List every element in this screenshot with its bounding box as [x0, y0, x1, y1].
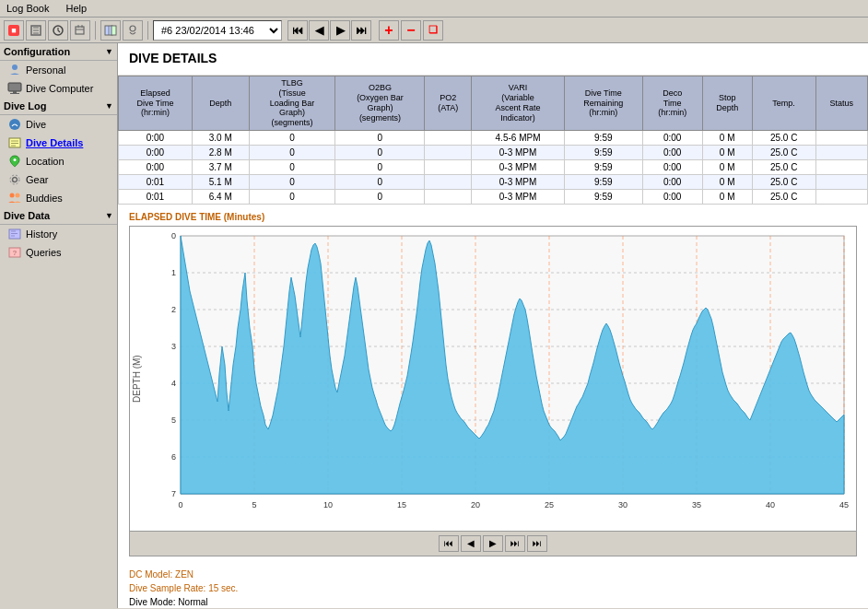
col-tlbg: TLBG(TissueLoading BarGraph)(segments)	[249, 76, 335, 131]
dive-details-icon	[7, 135, 22, 150]
table-cell-3-4	[425, 174, 472, 189]
y-axis-label: DEPTH (M)	[130, 227, 144, 531]
nav-first[interactable]: ⏮	[287, 20, 308, 41]
table-cell-4-10	[815, 189, 867, 204]
personal-icon	[7, 63, 22, 77]
svg-point-17	[14, 158, 17, 161]
svg-point-21	[16, 193, 20, 198]
sidebar-section-divelog[interactable]: Dive Log ▼	[0, 98, 117, 115]
ctrl-minus[interactable]: −	[401, 20, 421, 41]
toolbar-btn-4[interactable]	[70, 20, 90, 41]
sidebar-item-dive-computer[interactable]: Dive Computer	[0, 79, 117, 98]
table-cell-3-10	[815, 174, 867, 189]
toolbar-btn-2[interactable]	[26, 20, 46, 41]
table-cell-2-0: 0:00	[119, 159, 193, 174]
footer-dc-model: DC Model: ZEN	[129, 568, 857, 581]
svg-point-18	[13, 178, 18, 182]
table-cell-0-1: 3.0 M	[192, 130, 249, 145]
nav-next[interactable]: ⏭	[351, 20, 371, 41]
sidebar-item-personal[interactable]: Personal	[0, 61, 117, 79]
chart-btn-last[interactable]: ⏭	[527, 535, 547, 552]
svg-rect-4	[76, 27, 84, 34]
sidebar-item-history[interactable]: History	[0, 225, 117, 243]
history-icon	[7, 227, 22, 241]
menu-help[interactable]: Help	[63, 2, 89, 15]
toolbar-nav: ⏮ ◀ ▶ ⏭	[287, 20, 371, 41]
sidebar: Configuration ▼ Personal Dive Computer D…	[0, 43, 118, 608]
chart-btn-first[interactable]: ⏮	[439, 535, 459, 552]
sidebar-item-dive[interactable]: Dive	[0, 115, 117, 134]
page-title: DIVE DETAILS	[129, 51, 857, 65]
table-cell-3-6: 9:59	[564, 174, 642, 189]
sidebar-item-location[interactable]: Location	[0, 152, 117, 170]
chart-btn-next[interactable]: ⏭	[505, 535, 525, 552]
table-cell-0-6: 9:59	[564, 130, 642, 145]
chart-btn-prev[interactable]: ◀	[461, 535, 481, 552]
arrow-divedata: ▼	[105, 211, 113, 220]
col-divetime: Dive TimeRemaining(hr:min)	[564, 76, 642, 131]
chart-section: ELAPSED DIVE TIME (Minutes) DEPTH (M)	[118, 205, 868, 564]
toolbar-btn-6[interactable]	[123, 20, 143, 41]
toolbar-btn-3[interactable]	[48, 20, 68, 41]
svg-text:20: 20	[471, 500, 480, 509]
table-cell-3-2: 0	[249, 174, 335, 189]
table-row: 0:003.7 M000-3 MPM9:590:000 M25.0 C	[119, 159, 868, 174]
dive-selector[interactable]: #6 23/02/2014 13:46	[153, 20, 282, 41]
table-cell-4-5: 0-3 MPM	[472, 189, 565, 204]
footer-info: DC Model: ZEN Dive Sample Rate: 15 sec. …	[118, 564, 868, 608]
table-cell-3-7: 0:00	[642, 174, 702, 189]
table-cell-2-4	[425, 159, 472, 174]
ctrl-plus[interactable]: +	[379, 20, 399, 41]
col-stop: StopDepth	[702, 76, 752, 131]
table-cell-4-1: 6.4 M	[192, 189, 249, 204]
svg-point-7	[130, 26, 135, 31]
table-cell-2-1: 3.7 M	[192, 159, 249, 174]
table-cell-1-5: 0-3 MPM	[472, 145, 565, 159]
sidebar-item-gear[interactable]: Gear	[0, 170, 117, 189]
svg-text:5: 5	[252, 500, 256, 509]
svg-rect-13	[9, 138, 20, 147]
buddies-icon	[7, 191, 22, 205]
ctrl-frame[interactable]: ❏	[423, 20, 443, 41]
toolbar-divider-2	[147, 21, 148, 40]
svg-text:40: 40	[766, 500, 775, 509]
svg-text:30: 30	[618, 500, 628, 509]
location-icon	[7, 154, 22, 169]
chart-btn-play[interactable]: ▶	[483, 535, 503, 552]
table-cell-4-2: 0	[249, 189, 335, 204]
table-cell-1-7: 0:00	[642, 145, 702, 159]
chart-inner: DEPTH (M)	[130, 227, 856, 531]
toolbar-btn-1[interactable]: ■	[4, 20, 24, 41]
menubar: Log Book Help	[0, 0, 868, 18]
sidebar-item-buddies[interactable]: Buddies	[0, 189, 117, 207]
table-cell-4-9: 25.0 C	[752, 189, 815, 204]
dive-icon	[7, 117, 22, 132]
svg-rect-22	[9, 229, 20, 239]
table-cell-0-10	[815, 130, 867, 145]
sidebar-section-configuration[interactable]: Configuration ▼	[0, 43, 117, 61]
table-row: 0:002.8 M000-3 MPM9:590:000 M25.0 C	[119, 145, 868, 159]
svg-text:1: 1	[171, 268, 176, 277]
table-cell-1-4	[425, 145, 472, 159]
sidebar-item-queries[interactable]: ? Queries	[0, 243, 117, 262]
sidebar-section-divedata[interactable]: Dive Data ▼	[0, 207, 117, 225]
col-temp: Temp.	[752, 76, 815, 131]
footer-sample-rate: Dive Sample Rate: 15 sec.	[129, 581, 857, 595]
table-cell-3-8: 0 M	[702, 174, 752, 189]
nav-prev[interactable]: ◀	[309, 20, 329, 41]
chart-svg: 0 5 10 15 20 25 30 35 40 45 0	[144, 227, 862, 531]
nav-play[interactable]: ▶	[330, 20, 350, 41]
sidebar-item-dive-details[interactable]: Dive Details	[0, 134, 117, 152]
svg-text:45: 45	[839, 500, 849, 509]
menu-logbook[interactable]: Log Book	[4, 2, 52, 15]
table-cell-4-7: 0:00	[642, 189, 702, 204]
svg-text:■: ■	[11, 26, 16, 35]
chart-container: DEPTH (M)	[129, 226, 857, 556]
svg-rect-9	[8, 83, 21, 91]
svg-text:0: 0	[178, 500, 182, 509]
toolbar-btn-5[interactable]	[100, 20, 121, 41]
table-cell-0-5: 4.5-6 MPM	[472, 130, 565, 145]
table-cell-3-5: 0-3 MPM	[472, 174, 565, 189]
table-cell-4-3: 0	[335, 189, 425, 204]
svg-text:35: 35	[692, 500, 701, 509]
